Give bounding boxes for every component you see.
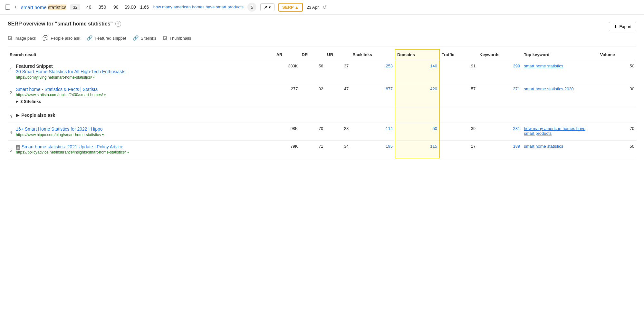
url-arrow-2[interactable]: ▾ — [104, 93, 106, 97]
row-num-3: 3 — [10, 111, 12, 119]
chart-btn[interactable]: ↗ ▾ — [260, 3, 274, 11]
keyword-highlight: statistics — [48, 5, 67, 10]
th-ur: UR — [325, 49, 351, 60]
td-volume-1: 50 — [598, 60, 636, 83]
serp-title: SERP overview for "smart home statistics… — [8, 21, 121, 27]
td-topkw-2: smart home statistics 2020 — [522, 83, 598, 107]
td-backlinks-5: 195 — [351, 140, 395, 158]
td-search-5: 5 🖼 Smart home statistics: 2021 Update |… — [8, 140, 274, 158]
featured-snippet-label: Featured snippet — [95, 36, 126, 41]
export-btn[interactable]: ⬇ Export — [609, 22, 636, 31]
td-dr-3 — [300, 107, 325, 123]
add-keyword-btn[interactable]: + — [14, 4, 17, 10]
td-ur-4: 28 — [325, 123, 351, 141]
td-ar-2: 277 — [274, 83, 300, 107]
table-row: 1 Featured Snippet 30 Smart Home Statist… — [8, 60, 636, 83]
result-link-4[interactable]: 16+ Smart Home Statistics for 2022 | Hip… — [16, 126, 103, 133]
result-url-5: https://policyadvice.net/insurance/insig… — [16, 150, 129, 154]
td-topkw-1: smart home statistics — [522, 60, 598, 83]
paa-text-3: People also ask — [21, 113, 55, 118]
result-link-2[interactable]: Smart home - Statistics & Facts | Statis… — [16, 86, 106, 93]
url-arrow-1[interactable]: ▾ — [93, 75, 95, 79]
features-row: 🖼 Image pack 💬 People also ask 🔗 Feature… — [8, 32, 636, 46]
td-keywords-1: 399 — [477, 60, 522, 83]
thumbnail-icon-5: 🖼 — [16, 145, 20, 150]
paa-icon: 💬 — [43, 35, 49, 41]
sitelinks-triangle-2: ▶ — [16, 100, 18, 103]
image-pack-label: Image pack — [14, 36, 36, 41]
td-keywords-5: 189 — [477, 140, 522, 158]
paa-expand-3[interactable]: ▶ People also ask — [16, 113, 55, 118]
sitelinks-text-2: 3 Sitelinks — [20, 99, 41, 104]
url-arrow-4[interactable]: ▾ — [102, 133, 104, 136]
date-text: 23 Apr — [307, 5, 319, 10]
td-ur-1: 37 — [325, 60, 351, 83]
td-dr-4: 70 — [300, 123, 325, 141]
td-dr-5: 71 — [300, 140, 325, 158]
td-ur-5: 34 — [325, 140, 351, 158]
result-url-4: https://www.hippo.com/blog/smart-home-st… — [16, 133, 103, 137]
image-pack-icon: 🖼 — [8, 35, 13, 41]
table-row: 3 ▶ People also ask — [8, 107, 636, 123]
td-domains-5: 115 — [395, 140, 439, 158]
cpc-stat: 90 — [111, 5, 121, 10]
td-search-4: 4 16+ Smart Home Statistics for 2022 | H… — [8, 123, 274, 141]
table-row: 2 Smart home - Statistics & Facts | Stat… — [8, 83, 636, 107]
td-ur-3 — [325, 107, 351, 123]
topkw-link-5[interactable]: smart home statistics — [524, 144, 563, 149]
td-volume-5: 50 — [598, 140, 636, 158]
td-backlinks-1: 253 — [351, 60, 395, 83]
paa-label: People also ask — [51, 36, 80, 41]
sitelinks-expand-2[interactable]: ▶ 3 Sitelinks — [16, 99, 106, 104]
th-dr: DR — [300, 49, 325, 60]
td-traffic-2: 57 — [439, 83, 477, 107]
serp-overview-header: SERP overview for "smart home statistics… — [8, 21, 636, 32]
td-traffic-1: 91 — [439, 60, 477, 83]
td-volume-4: 70 — [598, 123, 636, 141]
paa-triangle-3: ▶ — [16, 113, 19, 118]
serp-overview-label: SERP overview for "smart home statistics… — [8, 21, 113, 27]
info-icon[interactable]: ? — [115, 21, 121, 27]
th-keywords: Keywords — [477, 49, 522, 60]
url-text-2: https://www.statista.com/topics/2430/sma… — [16, 93, 103, 97]
td-search-3: 3 ▶ People also ask — [8, 107, 274, 123]
td-ur-2: 47 — [325, 83, 351, 107]
url-text-4: https://www.hippo.com/blog/smart-home-st… — [16, 133, 101, 137]
feature-featured-snippet[interactable]: 🔗 Featured snippet — [87, 35, 126, 41]
td-traffic-5: 17 — [439, 140, 477, 158]
td-domains-3 — [395, 107, 439, 123]
td-search-1: 1 Featured Snippet 30 Smart Home Statist… — [8, 60, 274, 83]
sitelinks-icon: 🔗 — [133, 35, 139, 41]
featured-snippet-row-label: Featured Snippet — [16, 64, 125, 69]
td-topkw-3 — [522, 107, 598, 123]
td-backlinks-4: 114 — [351, 123, 395, 141]
result-url-2: https://www.statista.com/topics/2430/sma… — [16, 93, 106, 97]
feature-people-also-ask[interactable]: 💬 People also ask — [43, 35, 80, 41]
related-keyword-link[interactable]: how many american homes have smart produ… — [153, 4, 244, 10]
td-domains-4: 50 — [395, 123, 439, 141]
feature-sitelinks[interactable]: 🔗 Sitelinks — [133, 35, 156, 41]
td-ar-4: 98K — [274, 123, 300, 141]
topkw-link-4[interactable]: how many american homes have smart produ… — [524, 126, 585, 136]
feature-image-pack[interactable]: 🖼 Image pack — [8, 35, 36, 41]
topkw-link-1[interactable]: smart home statistics — [524, 64, 563, 68]
keyword-checkbox[interactable] — [5, 5, 10, 10]
td-ar-3 — [274, 107, 300, 123]
thumbnails-label: Thumbnails — [169, 36, 191, 41]
th-top-keyword: Top keyword — [522, 49, 598, 60]
top-row: + smart home statistics 32 40 350 90 $9.… — [0, 0, 644, 15]
th-domains: Domains — [395, 49, 439, 60]
refresh-icon[interactable]: ↺ — [322, 4, 327, 10]
topkw-link-2[interactable]: smart home statistics 2020 — [524, 86, 574, 91]
result-link-1[interactable]: 30 Smart Home Statistics for All High-Te… — [16, 69, 125, 75]
td-ar-1: 383K — [274, 60, 300, 83]
url-arrow-5[interactable]: ▾ — [127, 151, 129, 154]
kd-stat: 350 — [98, 5, 107, 10]
result-link-5[interactable]: 🖼 Smart home statistics: 2021 Update | P… — [16, 144, 129, 150]
feature-thumbnails[interactable]: 🖼 Thumbnails — [163, 35, 191, 41]
url-text-5: https://policyadvice.net/insurance/insig… — [16, 150, 126, 154]
serp-btn[interactable]: SERP ▲ — [278, 3, 303, 12]
td-keywords-2: 371 — [477, 83, 522, 107]
td-domains-2: 420 — [395, 83, 439, 107]
td-volume-3 — [598, 107, 636, 123]
